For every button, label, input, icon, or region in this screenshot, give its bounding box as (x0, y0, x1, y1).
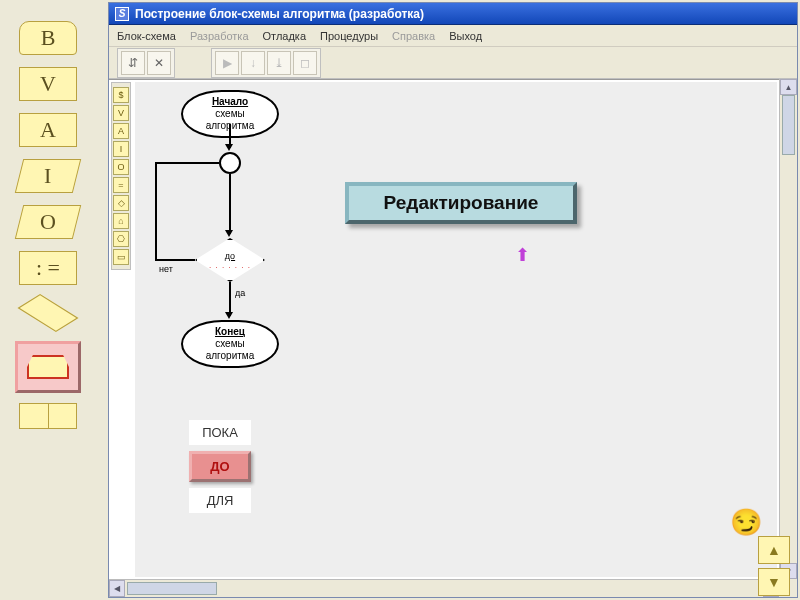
vt-4[interactable]: O (113, 159, 129, 175)
vt-7[interactable]: ⌂ (113, 213, 129, 229)
palette-assign[interactable]: : = (19, 251, 77, 285)
toolbar-group-2: ▶ ↓ ⤓ ◻ (211, 48, 321, 78)
scroll-up-icon[interactable]: ▲ (780, 79, 797, 95)
tb-step[interactable]: ↓ (241, 51, 265, 75)
palette-subr[interactable] (19, 403, 77, 429)
vt-6[interactable]: ◇ (113, 195, 129, 211)
horizontal-scrollbar[interactable]: ◀ ▶ (109, 579, 779, 597)
fc-edge (155, 162, 157, 261)
arrow-down-icon (225, 230, 233, 237)
vertical-scrollbar[interactable]: ▲ ▼ (779, 79, 797, 579)
shape-palette: B V A I O : = (12, 14, 84, 429)
scroll-left-icon[interactable]: ◀ (109, 580, 125, 597)
arrow-down-icon (225, 144, 233, 151)
vt-8[interactable]: ⎔ (113, 231, 129, 247)
app-window: S Построение блок-схемы алгоритма (разра… (108, 2, 798, 598)
nav-up-button[interactable]: ▲ (758, 536, 790, 564)
menu-help[interactable]: Справка (392, 30, 435, 42)
fc-no-label: нет (159, 264, 173, 274)
menu-develop[interactable]: Разработка (190, 30, 249, 42)
titlebar: S Построение блок-схемы алгоритма (разра… (109, 3, 797, 25)
workspace: $ V A I O = ◇ ⌂ ⎔ ▭ Началосхемы алгоритм… (109, 79, 797, 579)
window-title: Построение блок-схемы алгоритма (разрабо… (135, 7, 424, 21)
vt-1[interactable]: V (113, 105, 129, 121)
vt-0[interactable]: $ (113, 87, 129, 103)
palette-begin[interactable]: B (19, 21, 77, 55)
vt-3[interactable]: I (113, 141, 129, 157)
scroll-thumb[interactable] (127, 582, 217, 595)
fc-yes-label: да (235, 288, 245, 298)
fc-edge (155, 162, 219, 164)
fc-end[interactable]: Конецсхемы алгоритма (181, 320, 279, 368)
palette-output[interactable]: O (15, 205, 81, 239)
menu-blockscheme[interactable]: Блок-схема (117, 30, 176, 42)
toolbar: ⇵ ✕ ▶ ↓ ⤓ ◻ (109, 47, 797, 79)
fc-decision[interactable]: до. . . . . . . (195, 238, 265, 282)
palette-loop[interactable] (15, 341, 81, 393)
scroll-thumb[interactable] (782, 95, 795, 155)
edit-button[interactable]: Редактирование (345, 182, 577, 224)
fc-edge (229, 174, 231, 234)
app-icon: S (115, 7, 129, 21)
fc-edge (229, 282, 231, 316)
canvas[interactable]: Началосхемы алгоритма до. . . . . . . не… (135, 82, 777, 577)
menu-procedures[interactable]: Процедуры (320, 30, 378, 42)
tb-stop[interactable]: ◻ (293, 51, 317, 75)
loop-until[interactable]: ДО (189, 451, 251, 482)
nav-down-button[interactable]: ▼ (758, 568, 790, 596)
menu-exit[interactable]: Выход (449, 30, 482, 42)
vt-5[interactable]: = (113, 177, 129, 193)
tb-swap[interactable]: ⇵ (121, 51, 145, 75)
tb-stepinto[interactable]: ⤓ (267, 51, 291, 75)
palette-input[interactable]: I (15, 159, 81, 193)
fc-edge (155, 259, 195, 261)
arrow-down-icon (225, 312, 233, 319)
vt-9[interactable]: ▭ (113, 249, 129, 265)
fc-connector[interactable] (219, 152, 241, 174)
loop-options: ПОКА ДО ДЛЯ (189, 414, 251, 519)
loop-for[interactable]: ДЛЯ (189, 488, 251, 513)
cursor-icon: ⬆ (515, 244, 530, 266)
vt-2[interactable]: A (113, 123, 129, 139)
menubar: Блок-схема Разработка Отладка Процедуры … (109, 25, 797, 47)
toolbar-group-1: ⇵ ✕ (117, 48, 175, 78)
menu-debug[interactable]: Отладка (263, 30, 306, 42)
mascot-icon: 😏 (730, 507, 762, 538)
palette-a[interactable]: A (19, 113, 77, 147)
loop-while[interactable]: ПОКА (189, 420, 251, 445)
palette-decision[interactable] (19, 297, 77, 329)
vertical-toolbar: $ V A I O = ◇ ⌂ ⎔ ▭ (111, 82, 131, 270)
tb-delete[interactable]: ✕ (147, 51, 171, 75)
tb-run[interactable]: ▶ (215, 51, 239, 75)
loop-shape-icon (27, 355, 69, 379)
palette-v[interactable]: V (19, 67, 77, 101)
